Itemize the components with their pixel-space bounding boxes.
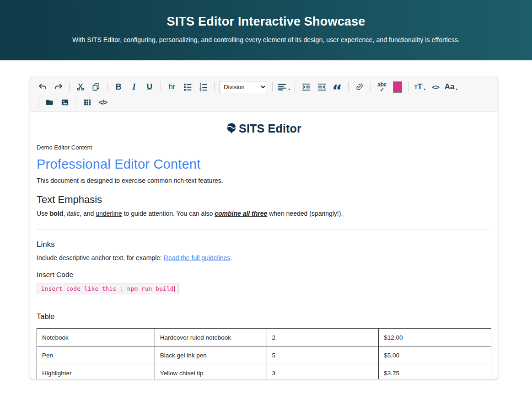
align-dropdown-caret: ▾ <box>288 87 290 91</box>
blockquote-button[interactable]: “ <box>329 80 345 94</box>
scissors-icon <box>76 82 85 91</box>
image-icon <box>60 98 70 107</box>
toolbar-separator <box>371 82 371 91</box>
toolbar-separator <box>214 82 215 91</box>
link-button[interactable] <box>352 80 367 94</box>
toolbar-separator <box>38 98 38 107</box>
insert-table-button[interactable] <box>80 96 95 109</box>
redo-icon <box>54 82 63 92</box>
indent-button[interactable] <box>298 80 314 94</box>
table-row: Highlighter Yellow chisel tip 3 $3.75 <box>37 364 491 380</box>
svg-text:3: 3 <box>199 88 201 91</box>
toolbar-separator <box>161 82 161 91</box>
toolbar-separator <box>348 82 349 91</box>
links-paragraph: Include descriptive anchor text, for exa… <box>37 254 490 261</box>
toolbar-row-2: </> <box>35 95 493 109</box>
horizontal-rule <box>37 229 490 229</box>
case-icon: Aa <box>445 82 455 91</box>
italic-sample: italic <box>67 210 80 217</box>
table-cell[interactable]: Highlighter <box>37 364 155 380</box>
page-subtitle: With SITS Editor, configuring, personali… <box>0 36 532 43</box>
copy-button[interactable] <box>88 80 104 94</box>
table-cell[interactable]: $5.00 <box>379 346 491 364</box>
table-cell[interactable]: $12.00 <box>379 329 491 346</box>
case-dropdown-caret: ▾ <box>456 87 457 91</box>
code-snippet[interactable]: Insert code like this : npm run build <box>37 283 179 294</box>
editor-toolbar: B I U hr 123 Division ▾ <box>30 77 498 112</box>
toolbar-separator <box>107 82 107 91</box>
document-logo-text: SITS Editor <box>239 122 301 135</box>
toolbar-separator <box>76 98 76 107</box>
toolbar-separator <box>69 82 70 91</box>
guidelines-link[interactable]: Read the full guidelines <box>164 254 231 261</box>
font-size-icon: TT <box>414 82 422 91</box>
editor-panel: B I U hr 123 Division ▾ <box>30 77 498 379</box>
table-cell[interactable]: $3.75 <box>379 364 491 380</box>
horizontal-rule-button[interactable]: hr <box>164 80 180 94</box>
color-swatch-icon <box>393 81 402 93</box>
toolbar-row-1: B I U hr 123 Division ▾ <box>35 79 493 95</box>
align-button[interactable]: ▾ <box>276 80 291 94</box>
document-table: Notebook Hardcover ruled notebook 2 $12.… <box>37 328 491 379</box>
document-logo: SITS Editor <box>37 121 490 136</box>
table-heading: Table <box>37 312 490 321</box>
table-cell[interactable]: Yellow chisel tip <box>155 364 267 380</box>
italic-button[interactable]: I <box>126 80 142 94</box>
spellcheck-button[interactable]: abc ✓ <box>374 80 390 94</box>
table-cell[interactable]: 2 <box>267 329 379 346</box>
font-size-button[interactable]: TT ▾ <box>412 80 428 94</box>
outdent-icon <box>317 82 327 92</box>
redo-button[interactable] <box>50 80 66 94</box>
inline-code-button[interactable]: <> <box>428 80 443 94</box>
text-color-button[interactable] <box>390 80 405 94</box>
document-meta: Demo Editor Content <box>37 144 490 151</box>
align-left-icon <box>277 82 287 92</box>
editor-content[interactable]: SITS Editor Demo Editor Content Professi… <box>30 112 498 379</box>
table-icon <box>83 98 92 107</box>
table-cell[interactable]: Notebook <box>37 329 155 346</box>
copy-icon <box>91 82 101 91</box>
blockquote-icon: “ <box>332 81 342 93</box>
bold-button[interactable]: B <box>111 80 126 94</box>
insert-image-button[interactable] <box>57 96 73 109</box>
link-icon <box>355 82 364 91</box>
indent-icon <box>301 82 311 92</box>
table-cell[interactable]: 5 <box>267 346 379 364</box>
underline-button[interactable]: U <box>142 80 157 94</box>
cut-button[interactable] <box>73 80 88 94</box>
code-block-icon: </> <box>99 98 107 106</box>
numbered-list-icon: 123 <box>199 82 208 92</box>
page-title: SITS Editor Interactive Showcase <box>0 15 532 29</box>
bullet-list-icon <box>183 82 193 92</box>
undo-button[interactable] <box>35 80 50 94</box>
toolbar-separator <box>408 82 409 91</box>
links-heading: Links <box>37 240 490 249</box>
toolbar-separator <box>272 82 273 91</box>
division-select[interactable]: Division <box>220 81 267 93</box>
sits-logo-icon <box>226 122 237 135</box>
table-cell[interactable]: Pen <box>37 346 155 364</box>
table-row: Pen Black gel ink pen 5 $5.00 <box>37 346 491 364</box>
toolbar-separator <box>295 82 295 91</box>
unordered-list-button[interactable] <box>180 80 195 94</box>
insert-code-heading: Insert Code <box>37 271 490 279</box>
open-file-button[interactable] <box>42 96 57 109</box>
table-cell[interactable]: Hardcover ruled notebook <box>155 329 267 346</box>
emphasis-heading: Text Emphasis <box>37 194 490 206</box>
outdent-button[interactable] <box>314 80 329 94</box>
hr-label: hr <box>169 83 175 91</box>
inline-code-icon: <> <box>432 83 439 91</box>
table-row: Notebook Hardcover ruled notebook 2 $12.… <box>37 329 491 346</box>
emphasis-paragraph: Use bold, italic, and underline to guide… <box>37 210 490 217</box>
code-block-button[interactable]: </> <box>95 96 111 109</box>
undo-icon <box>38 82 48 92</box>
case-button[interactable]: Aa ▾ <box>443 80 459 94</box>
table-cell[interactable]: Black gel ink pen <box>155 346 267 364</box>
ordered-list-button[interactable]: 123 <box>195 80 211 94</box>
document-intro: This document is designed to exercise co… <box>37 177 490 184</box>
code-text: Insert code like this : npm run build <box>41 285 174 292</box>
table-cell[interactable]: 3 <box>267 364 379 380</box>
document-h1: Professional Editor Content <box>37 157 490 172</box>
page-header: SITS Editor Interactive Showcase With SI… <box>0 0 532 60</box>
checkmark-icon: ✓ <box>380 87 384 92</box>
